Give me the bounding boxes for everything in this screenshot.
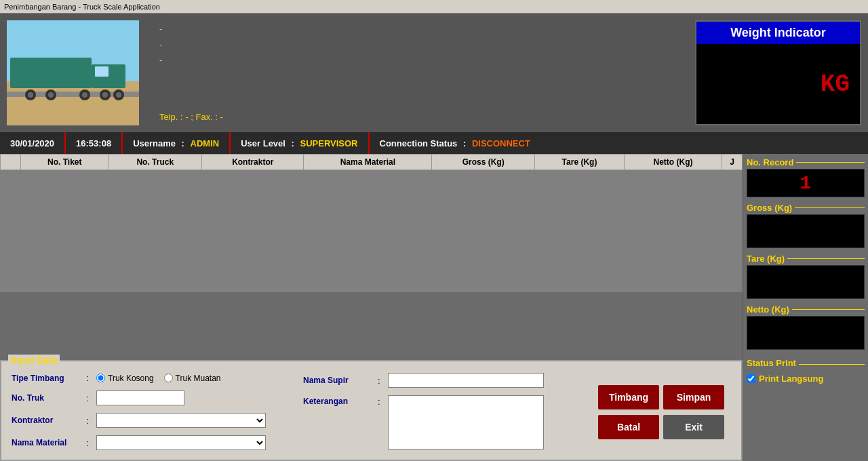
nama-material-row: Nama Material :	[12, 435, 300, 450]
radio-truk-kosong[interactable]: Truk Kosong	[96, 374, 154, 383]
username-label: Username	[133, 138, 176, 148]
userlevel-value: SUPERVISOR	[300, 138, 358, 148]
gross-group: Gross (Kg)	[747, 203, 865, 248]
print-langsung-checkbox[interactable]	[747, 374, 755, 383]
action-buttons: Timbang Simpan Batal Exit	[591, 370, 731, 454]
truck-image	[7, 20, 139, 125]
exit-button[interactable]: Exit	[663, 415, 724, 439]
netto-display	[747, 316, 865, 350]
connection-label: Connection Status	[380, 138, 458, 148]
svg-point-15	[116, 92, 121, 98]
input-data-section: Input Data Tipe Timbang :	[0, 360, 743, 461]
status-print-group: Status Print Print Langsung	[747, 358, 865, 384]
timbang-button[interactable]: Timbang	[598, 385, 659, 409]
batal-button[interactable]: Batal	[598, 415, 659, 439]
no-truk-label: No. Truk	[12, 393, 86, 403]
tipe-timbang-options: Truk Kosong Truk Muatan	[96, 374, 221, 383]
print-langsung-label: Print Langsung	[759, 374, 823, 384]
print-langsung-option[interactable]: Print Langsung	[747, 374, 865, 384]
company-line-1: -	[159, 24, 682, 34]
gross-display	[747, 214, 865, 248]
col-checkbox	[1, 155, 21, 170]
logo-area	[0, 14, 146, 132]
nama-material-label: Nama Material	[12, 438, 86, 447]
no-record-value: 1	[800, 173, 812, 194]
status-bar: 30/01/2020 16:53:08 Username : ADMIN Use…	[0, 132, 868, 154]
weight-indicator-panel: Weight Indicator KG	[695, 20, 861, 125]
no-record-line	[796, 162, 865, 163]
keterangan-textarea[interactable]	[388, 395, 544, 449]
radio-truk-muatan-label: Truk Muatan	[176, 374, 221, 383]
svg-point-11	[82, 92, 87, 98]
netto-label: Netto (Kg)	[747, 304, 789, 315]
titlebar: Penimbangan Barang - Truck Scale Applica…	[0, 0, 868, 14]
status-userlevel: User Level : SUPERVISOR	[231, 132, 368, 154]
col-j: J	[722, 155, 743, 170]
table-body	[1, 170, 743, 292]
svg-rect-5	[95, 66, 108, 77]
company-line-3: -	[159, 55, 682, 65]
simpan-button[interactable]: Simpan	[663, 385, 724, 409]
svg-point-13	[102, 92, 108, 98]
company-info: - - - Telp. : - ; Fax. : -	[146, 14, 695, 132]
svg-rect-3	[10, 58, 92, 88]
nama-material-select[interactable]	[96, 435, 266, 450]
status-username: Username : ADMIN	[123, 132, 229, 154]
gross-line	[795, 207, 865, 208]
date-value: 30/01/2020	[10, 138, 54, 148]
radio-truk-muatan-input[interactable]	[164, 374, 173, 382]
userlevel-label: User Level	[241, 138, 285, 148]
no-truk-row: No. Truk :	[12, 390, 300, 405]
company-line-2: -	[159, 39, 682, 49]
keterangan-row: Keterangan :	[303, 395, 588, 449]
company-telp: Telp. : - ; Fax. : -	[159, 112, 682, 122]
col-netto: Netto (Kg)	[625, 155, 722, 170]
tare-line	[787, 258, 865, 259]
tipe-timbang-row: Tipe Timbang : Truk Kosong Truk Muatan	[12, 373, 300, 383]
status-print-line	[799, 364, 865, 365]
no-record-label: No. Record	[747, 157, 793, 167]
table-row-empty	[1, 170, 743, 292]
tipe-timbang-label: Tipe Timbang	[12, 374, 86, 383]
tare-group: Tare (Kg)	[747, 254, 865, 299]
data-table: No. Tiket No. Truck Kontraktor Nama Mate…	[0, 154, 743, 292]
col-no-tiket: No. Tiket	[21, 155, 109, 170]
kontraktor-select[interactable]	[96, 413, 266, 428]
gross-label: Gross (Kg)	[747, 203, 792, 213]
svg-point-9	[48, 92, 54, 98]
nama-supir-label: Nama Supir	[303, 376, 378, 385]
tare-label: Tare (Kg)	[747, 254, 785, 264]
radio-truk-muatan[interactable]: Truk Muatan	[164, 374, 221, 383]
keterangan-label: Keterangan	[303, 395, 378, 406]
svg-point-7	[28, 92, 33, 98]
netto-line	[792, 309, 865, 310]
col-tare: Tare (Kg)	[534, 155, 624, 170]
col-gross: Gross (Kg)	[432, 155, 535, 170]
kontraktor-label: Kontraktor	[12, 416, 86, 425]
no-record-display: 1	[747, 169, 865, 197]
no-record-group: No. Record 1	[747, 157, 865, 197]
status-time: 16:53:08	[66, 132, 121, 154]
table-header-row: No. Tiket No. Truck Kontraktor Nama Mate…	[1, 155, 743, 170]
weight-unit: KG	[821, 71, 850, 98]
username-value: ADMIN	[191, 138, 220, 148]
tare-display	[747, 265, 865, 299]
weight-indicator-title: Weight Indicator	[696, 22, 860, 44]
table-area: No. Tiket No. Truck Kontraktor Nama Mate…	[0, 154, 743, 360]
title-text: Penimbangan Barang - Truck Scale Applica…	[4, 3, 160, 11]
nama-supir-input[interactable]	[388, 373, 544, 388]
status-date: 30/01/2020	[0, 132, 64, 154]
nama-supir-row: Nama Supir :	[303, 373, 588, 388]
app-header: - - - Telp. : - ; Fax. : - Weight Indica…	[0, 14, 868, 132]
radio-truk-kosong-label: Truk Kosong	[108, 374, 154, 383]
kontraktor-row: Kontraktor :	[12, 413, 300, 428]
status-connection: Connection Status : DISCONNECT	[370, 132, 540, 154]
status-print-label: Status Print	[747, 358, 796, 368]
radio-truk-kosong-input[interactable]	[96, 374, 105, 382]
netto-group: Netto (Kg)	[747, 304, 865, 350]
right-panel: No. Record 1 Gross (Kg)	[743, 154, 868, 461]
connection-value: DISCONNECT	[472, 138, 530, 148]
no-truk-input[interactable]	[96, 390, 184, 405]
weight-indicator-display: KG	[696, 44, 860, 124]
col-no-truck: No. Truck	[108, 155, 202, 170]
